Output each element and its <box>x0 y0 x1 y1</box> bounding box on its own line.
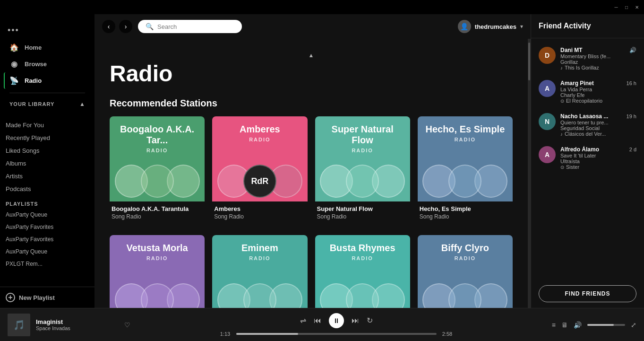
music-note-icon-0: ♪ <box>560 65 563 70</box>
minimize-button[interactable]: ─ <box>613 4 619 10</box>
station-name-0: Boogaloo A.K.A. Tar... <box>117 124 197 146</box>
station-name-4: Vetusta Morla <box>127 243 188 254</box>
player-song-artist: Space Invadas <box>36 325 119 331</box>
volume-bar[interactable] <box>587 324 625 326</box>
search-bar[interactable]: 🔍 <box>138 20 242 33</box>
nav-radio-label: Radio <box>25 77 42 84</box>
user-area[interactable]: 👤 thedrumcakes ▾ <box>458 20 523 33</box>
home-icon: 🏠 <box>9 43 19 52</box>
album-art-icon: 🎵 <box>13 319 25 331</box>
friend-artist-0: Gorillaz <box>560 59 636 65</box>
station-name-2: Super Natural Flow <box>323 124 403 146</box>
library-arrow-icon[interactable]: ▲ <box>79 101 85 107</box>
progress-bar[interactable] <box>236 333 437 335</box>
playlist-item-1[interactable]: AuxParty Favorites <box>0 221 94 233</box>
friend-song-0: Momentary Bliss (fe... <box>560 53 636 59</box>
friend-artist-1: Charly Efe <box>560 92 636 98</box>
friend-playlist-text-0: This Is Gorillaz <box>565 65 599 70</box>
station-card-1[interactable]: Amberes RADIO RdR Amberes Song Radi <box>212 116 307 224</box>
nav-browse[interactable]: ◉ Browse <box>4 56 91 72</box>
station-art-7: Biffy Clyro RADIO <box>418 235 513 308</box>
station-subtitle-1: Song Radio <box>214 213 305 220</box>
pause-button[interactable]: ⏸ <box>329 313 344 328</box>
friend-item-1[interactable]: A Amarg Pinet 16 h La Vida Perra Charly … <box>531 75 644 108</box>
playlist-item-2[interactable]: AuxParty Favorites <box>0 233 94 245</box>
station-name-6: Busta Rhymes <box>330 243 395 254</box>
find-friends-button[interactable]: FIND FRIENDS <box>539 285 636 302</box>
user-dropdown-icon[interactable]: ▾ <box>520 23 523 30</box>
station-info-2: Super Natural Flow Song Radio <box>315 201 410 224</box>
player-left: 🎵 Imaginist Space Invadas ♡ <box>8 314 130 336</box>
next-button[interactable]: ⏭ <box>352 316 359 325</box>
heart-button[interactable]: ♡ <box>124 321 130 329</box>
station-art-4: Vetusta Morla RADIO <box>110 235 205 308</box>
playlist-item-0[interactable]: AuxParty Queue <box>0 209 94 221</box>
friend-artist-3: Ultraísta <box>560 158 636 164</box>
station-card-4[interactable]: Vetusta Morla RADIO Vetusta Morla <box>110 235 205 308</box>
station-card-7[interactable]: Biffy Clyro RADIO Biffy Clyro Song <box>418 235 513 308</box>
sidebar-item-made-for-you[interactable]: Made For You <box>0 119 94 131</box>
playlist-item-3[interactable]: AuxParty Queue <box>0 245 94 258</box>
back-button[interactable]: ‹ <box>102 20 115 33</box>
friend-info-3: Alfredo Álamo 2 d Save It 'til Later Ult… <box>560 146 636 170</box>
friend-name-1: Amarg Pinet <box>560 80 594 87</box>
station-card-6[interactable]: Busta Rhymes RADIO Busta Rhymes So <box>315 235 410 308</box>
search-input[interactable] <box>157 23 228 30</box>
scroll-up-button[interactable]: ▲ <box>110 50 513 61</box>
station-subtitle-2: Song Radio <box>317 213 408 220</box>
station-title-1: Amberes <box>214 205 305 212</box>
friend-item-3[interactable]: A Alfredo Álamo 2 d Save It 'til Later U… <box>531 141 644 175</box>
station-art-2: Super Natural Flow RADIO <box>315 116 410 201</box>
radio-icon: 📡 <box>9 76 19 85</box>
playlists-header: PLAYLISTS <box>0 195 94 209</box>
station-subtitle-0: Song Radio <box>112 213 203 220</box>
nav-browse-label: Browse <box>25 61 47 68</box>
player-controls: ⇌ ⏮ ⏸ ⏭ ↻ <box>300 313 373 328</box>
friend-item-2[interactable]: N Nacho Lasaosa ... 19 h Quiero tener tu… <box>531 108 644 141</box>
sidebar-item-artists[interactable]: Artists <box>0 170 94 183</box>
station-card-5[interactable]: Eminem RADIO Eminem Song Radio <box>212 235 307 308</box>
shuffle-button[interactable]: ⇌ <box>300 316 306 325</box>
sidebar-item-recently-played[interactable]: Recently Played <box>0 131 94 144</box>
total-time: 2:58 <box>440 331 455 337</box>
three-dots-menu[interactable]: ••• <box>4 22 91 39</box>
station-title-2: Super Natural Flow <box>317 205 408 212</box>
station-name-3: Hecho, Es Simple <box>425 124 505 135</box>
friend-info-0: Dani MT 🔊 Momentary Bliss (fe... Gorilla… <box>560 47 636 70</box>
station-card-0[interactable]: Boogaloo A.K.A. Tar... RADIO Boogaloo A.… <box>110 116 205 224</box>
new-playlist-button[interactable]: + New Playlist <box>6 293 89 302</box>
station-card-2[interactable]: Super Natural Flow RADIO Super Natural F… <box>315 116 410 224</box>
previous-button[interactable]: ⏮ <box>314 316 321 325</box>
volume-icon[interactable]: 🔊 <box>574 321 582 329</box>
close-button[interactable]: ✕ <box>634 4 640 10</box>
station-card-3[interactable]: Hecho, Es Simple RADIO Hecho, Es Simple <box>418 116 513 224</box>
nav-home[interactable]: 🏠 Home <box>4 39 91 56</box>
sidebar-item-podcasts[interactable]: Podcasts <box>0 183 94 195</box>
friend-item-0[interactable]: D Dani MT 🔊 Momentary Bliss (fe... Goril… <box>531 42 644 75</box>
maximize-button[interactable]: □ <box>623 4 630 10</box>
friend-panel-header: Friend Activity <box>531 14 644 38</box>
playlist-item-4[interactable]: PXLGT Rem... <box>0 258 94 270</box>
sidebar-item-albums[interactable]: Albums <box>0 157 94 170</box>
station-radio-label-7: RADIO <box>441 255 489 261</box>
forward-button[interactable]: › <box>119 20 132 33</box>
nav-home-label: Home <box>25 44 42 51</box>
station-art-3: Hecho, Es Simple RADIO <box>418 116 513 201</box>
station-info-3: Hecho, Es Simple Song Radio <box>418 201 513 224</box>
queue-button[interactable]: ≡ <box>552 321 556 329</box>
friend-avatar-3: A <box>539 146 556 163</box>
repeat-button[interactable]: ↻ <box>367 316 373 325</box>
friend-playlist-text-1: El Recopilatorio <box>566 98 602 104</box>
friend-info-1: Amarg Pinet 16 h La Vida Perra Charly Ef… <box>560 80 636 104</box>
nav-radio[interactable]: 📡 Radio <box>4 72 91 89</box>
fullscreen-button[interactable]: ⤢ <box>631 321 636 329</box>
friend-song-1: La Vida Perra <box>560 87 636 92</box>
friend-panel-title: Friend Activity <box>539 22 591 30</box>
station-title-0: Boogaloo A.K.A. Tarantula <box>112 205 203 212</box>
now-playing-icon-0: 🔊 <box>629 47 636 53</box>
progress-fill <box>236 333 298 335</box>
devices-button[interactable]: 🖥 <box>561 321 568 329</box>
sidebar-item-liked-songs[interactable]: Liked Songs <box>0 144 94 157</box>
friend-avatar-2: N <box>539 113 556 130</box>
scroll-thumb <box>528 43 530 80</box>
